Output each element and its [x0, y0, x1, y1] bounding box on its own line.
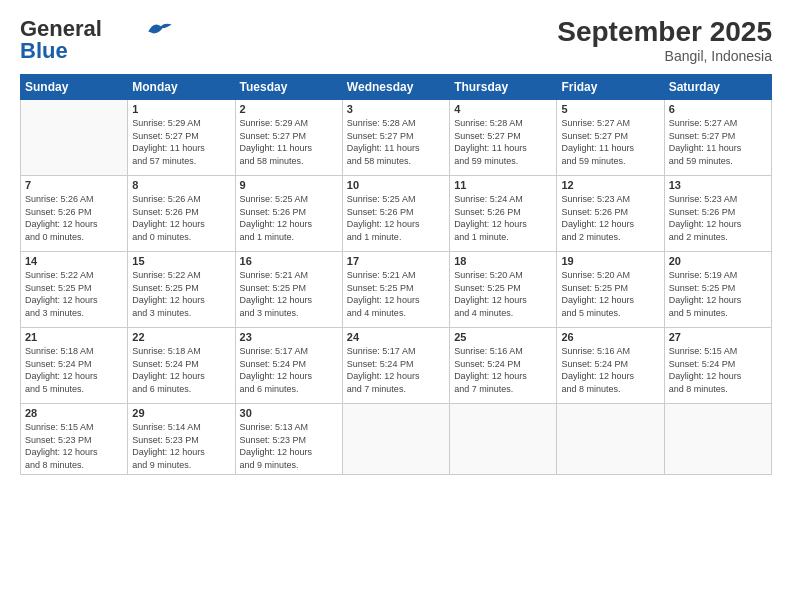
day-number: 10: [347, 179, 445, 191]
day-info: Sunrise: 5:18 AMSunset: 5:24 PMDaylight:…: [25, 345, 123, 395]
col-wednesday: Wednesday: [342, 75, 449, 100]
day-info: Sunrise: 5:15 AMSunset: 5:23 PMDaylight:…: [25, 421, 123, 471]
day-info: Sunrise: 5:21 AMSunset: 5:25 PMDaylight:…: [240, 269, 338, 319]
col-friday: Friday: [557, 75, 664, 100]
day-number: 25: [454, 331, 552, 343]
day-info: Sunrise: 5:16 AMSunset: 5:24 PMDaylight:…: [454, 345, 552, 395]
table-row: 5Sunrise: 5:27 AMSunset: 5:27 PMDaylight…: [557, 100, 664, 176]
day-info: Sunrise: 5:26 AMSunset: 5:26 PMDaylight:…: [25, 193, 123, 243]
calendar-page: General Blue September 2025 Bangil, Indo…: [0, 0, 792, 612]
day-info: Sunrise: 5:27 AMSunset: 5:27 PMDaylight:…: [669, 117, 767, 167]
table-row: 19Sunrise: 5:20 AMSunset: 5:25 PMDayligh…: [557, 252, 664, 328]
col-tuesday: Tuesday: [235, 75, 342, 100]
table-row: 25Sunrise: 5:16 AMSunset: 5:24 PMDayligh…: [450, 328, 557, 404]
calendar-subtitle: Bangil, Indonesia: [557, 48, 772, 64]
table-row: [557, 404, 664, 475]
day-info: Sunrise: 5:23 AMSunset: 5:26 PMDaylight:…: [669, 193, 767, 243]
day-number: 27: [669, 331, 767, 343]
table-row: 14Sunrise: 5:22 AMSunset: 5:25 PMDayligh…: [21, 252, 128, 328]
day-number: 7: [25, 179, 123, 191]
day-info: Sunrise: 5:21 AMSunset: 5:25 PMDaylight:…: [347, 269, 445, 319]
day-info: Sunrise: 5:18 AMSunset: 5:24 PMDaylight:…: [132, 345, 230, 395]
day-number: 1: [132, 103, 230, 115]
col-sunday: Sunday: [21, 75, 128, 100]
day-number: 15: [132, 255, 230, 267]
day-number: 17: [347, 255, 445, 267]
day-info: Sunrise: 5:22 AMSunset: 5:25 PMDaylight:…: [132, 269, 230, 319]
day-info: Sunrise: 5:28 AMSunset: 5:27 PMDaylight:…: [347, 117, 445, 167]
day-info: Sunrise: 5:16 AMSunset: 5:24 PMDaylight:…: [561, 345, 659, 395]
table-row: 17Sunrise: 5:21 AMSunset: 5:25 PMDayligh…: [342, 252, 449, 328]
day-info: Sunrise: 5:26 AMSunset: 5:26 PMDaylight:…: [132, 193, 230, 243]
table-row: 30Sunrise: 5:13 AMSunset: 5:23 PMDayligh…: [235, 404, 342, 475]
logo: General Blue: [20, 16, 174, 64]
day-info: Sunrise: 5:25 AMSunset: 5:26 PMDaylight:…: [347, 193, 445, 243]
table-row: 3Sunrise: 5:28 AMSunset: 5:27 PMDaylight…: [342, 100, 449, 176]
day-info: Sunrise: 5:29 AMSunset: 5:27 PMDaylight:…: [132, 117, 230, 167]
day-number: 26: [561, 331, 659, 343]
table-row: 12Sunrise: 5:23 AMSunset: 5:26 PMDayligh…: [557, 176, 664, 252]
day-number: 6: [669, 103, 767, 115]
col-monday: Monday: [128, 75, 235, 100]
table-row: 1Sunrise: 5:29 AMSunset: 5:27 PMDaylight…: [128, 100, 235, 176]
day-number: 5: [561, 103, 659, 115]
table-row: 16Sunrise: 5:21 AMSunset: 5:25 PMDayligh…: [235, 252, 342, 328]
day-number: 21: [25, 331, 123, 343]
table-row: 6Sunrise: 5:27 AMSunset: 5:27 PMDaylight…: [664, 100, 771, 176]
col-thursday: Thursday: [450, 75, 557, 100]
calendar-table: Sunday Monday Tuesday Wednesday Thursday…: [20, 74, 772, 475]
day-number: 13: [669, 179, 767, 191]
logo-blue: Blue: [20, 38, 68, 64]
table-row: 21Sunrise: 5:18 AMSunset: 5:24 PMDayligh…: [21, 328, 128, 404]
table-row: 7Sunrise: 5:26 AMSunset: 5:26 PMDaylight…: [21, 176, 128, 252]
table-row: 29Sunrise: 5:14 AMSunset: 5:23 PMDayligh…: [128, 404, 235, 475]
day-number: 11: [454, 179, 552, 191]
day-number: 18: [454, 255, 552, 267]
calendar-title: September 2025: [557, 16, 772, 48]
day-number: 12: [561, 179, 659, 191]
table-row: 13Sunrise: 5:23 AMSunset: 5:26 PMDayligh…: [664, 176, 771, 252]
day-number: 30: [240, 407, 338, 419]
day-number: 2: [240, 103, 338, 115]
day-info: Sunrise: 5:14 AMSunset: 5:23 PMDaylight:…: [132, 421, 230, 471]
table-row: 11Sunrise: 5:24 AMSunset: 5:26 PMDayligh…: [450, 176, 557, 252]
day-number: 29: [132, 407, 230, 419]
table-row: [21, 100, 128, 176]
day-info: Sunrise: 5:22 AMSunset: 5:25 PMDaylight:…: [25, 269, 123, 319]
table-row: 10Sunrise: 5:25 AMSunset: 5:26 PMDayligh…: [342, 176, 449, 252]
day-info: Sunrise: 5:13 AMSunset: 5:23 PMDaylight:…: [240, 421, 338, 471]
day-number: 4: [454, 103, 552, 115]
day-number: 3: [347, 103, 445, 115]
day-number: 22: [132, 331, 230, 343]
day-number: 19: [561, 255, 659, 267]
day-info: Sunrise: 5:24 AMSunset: 5:26 PMDaylight:…: [454, 193, 552, 243]
day-number: 28: [25, 407, 123, 419]
day-info: Sunrise: 5:20 AMSunset: 5:25 PMDaylight:…: [454, 269, 552, 319]
day-info: Sunrise: 5:29 AMSunset: 5:27 PMDaylight:…: [240, 117, 338, 167]
day-number: 20: [669, 255, 767, 267]
day-info: Sunrise: 5:15 AMSunset: 5:24 PMDaylight:…: [669, 345, 767, 395]
page-header: General Blue September 2025 Bangil, Indo…: [20, 16, 772, 64]
table-row: 26Sunrise: 5:16 AMSunset: 5:24 PMDayligh…: [557, 328, 664, 404]
table-row: 9Sunrise: 5:25 AMSunset: 5:26 PMDaylight…: [235, 176, 342, 252]
table-row: 4Sunrise: 5:28 AMSunset: 5:27 PMDaylight…: [450, 100, 557, 176]
day-info: Sunrise: 5:20 AMSunset: 5:25 PMDaylight:…: [561, 269, 659, 319]
day-number: 23: [240, 331, 338, 343]
table-row: 27Sunrise: 5:15 AMSunset: 5:24 PMDayligh…: [664, 328, 771, 404]
col-saturday: Saturday: [664, 75, 771, 100]
day-info: Sunrise: 5:25 AMSunset: 5:26 PMDaylight:…: [240, 193, 338, 243]
table-row: 18Sunrise: 5:20 AMSunset: 5:25 PMDayligh…: [450, 252, 557, 328]
day-info: Sunrise: 5:23 AMSunset: 5:26 PMDaylight:…: [561, 193, 659, 243]
logo-bird-icon: [146, 19, 174, 37]
table-row: 8Sunrise: 5:26 AMSunset: 5:26 PMDaylight…: [128, 176, 235, 252]
day-info: Sunrise: 5:19 AMSunset: 5:25 PMDaylight:…: [669, 269, 767, 319]
table-row: 28Sunrise: 5:15 AMSunset: 5:23 PMDayligh…: [21, 404, 128, 475]
day-info: Sunrise: 5:17 AMSunset: 5:24 PMDaylight:…: [240, 345, 338, 395]
table-row: 2Sunrise: 5:29 AMSunset: 5:27 PMDaylight…: [235, 100, 342, 176]
table-row: [342, 404, 449, 475]
table-row: 20Sunrise: 5:19 AMSunset: 5:25 PMDayligh…: [664, 252, 771, 328]
table-row: 15Sunrise: 5:22 AMSunset: 5:25 PMDayligh…: [128, 252, 235, 328]
day-number: 9: [240, 179, 338, 191]
day-number: 8: [132, 179, 230, 191]
day-info: Sunrise: 5:27 AMSunset: 5:27 PMDaylight:…: [561, 117, 659, 167]
